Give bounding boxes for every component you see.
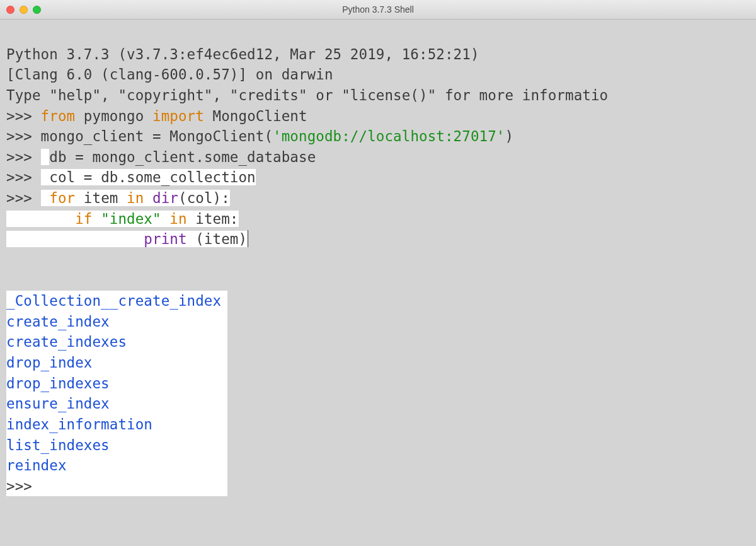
maximize-icon[interactable] [33,6,41,14]
output-line: drop_index [6,354,92,371]
code-text [92,211,101,227]
code-text [41,169,50,185]
code-text [161,211,170,227]
string-literal: 'mongodb://localhost:27017' [273,128,505,144]
code-text: item: [187,211,239,227]
code-text [144,190,152,206]
highlight-region [41,149,50,165]
code-text: ) [505,128,514,144]
output-line: reindex [6,457,67,473]
code-text [41,149,50,165]
keyword-if: if [75,211,92,227]
code-text: db = mongo_client.some_database [49,149,316,165]
highlight-region: col = db.some_collection [41,169,256,185]
keyword-in: in [169,211,186,227]
output-line: ensure_index [6,395,110,412]
primary-prompt: >>> [6,190,41,206]
window-title: Python 3.7.3 Shell [0,4,756,15]
close-icon[interactable] [6,6,14,14]
banner-line: Type "help", "copyright", "credits" or "… [6,87,608,103]
keyword-in: in [127,190,144,206]
code-text [41,190,50,206]
code-text: col = db.some_collection [49,169,256,185]
code-text: pymongo [75,108,152,124]
builtin-print: print [144,231,186,247]
minimize-icon[interactable] [20,6,28,14]
code-text: MongoClient [204,108,307,124]
keyword-from: from [41,108,76,124]
banner-line: [Clang 6.0 (clang-600.0.57)] on darwin [6,66,333,83]
highlight-region: if "index" in item: [6,211,239,227]
primary-prompt: >>> [6,149,41,165]
output-line: create_index [6,313,110,330]
primary-prompt: >>> [6,128,41,144]
output-block: _Collection__create_index create_index c… [6,291,227,496]
output-line: create_indexes [6,334,127,350]
builtin-dir: dir [152,190,178,206]
code-text: item [75,190,127,206]
code-text: (item) [187,231,248,247]
primary-prompt: >>> [6,169,41,185]
text-cursor [248,230,248,247]
code-text: (col): [178,190,230,206]
indent [6,211,75,227]
blank-line [6,272,15,289]
indent [6,231,144,247]
output-line: _Collection__create_index [6,293,221,309]
output-line: index_information [6,416,152,433]
window-titlebar: Python 3.7.3 Shell [0,0,756,20]
highlight-region: for item in dir(col): [41,190,230,206]
output-line: list_indexes [6,437,110,453]
idle-shell[interactable]: Python 3.7.3 (v3.7.3:ef4ec6ed12, Mar 25 … [0,20,756,523]
keyword-import: import [152,108,204,124]
code-text: mongo_client = MongoClient( [41,128,273,144]
banner-line: Python 3.7.3 (v3.7.3:ef4ec6ed12, Mar 25 … [6,46,479,62]
keyword-for: for [49,190,75,206]
traffic-lights [6,6,41,14]
primary-prompt: >>> [6,108,41,124]
highlight-region: print (item) [6,231,248,247]
string-literal: "index" [101,211,161,227]
output-line: drop_indexes [6,375,110,392]
primary-prompt: >>> [6,478,41,494]
